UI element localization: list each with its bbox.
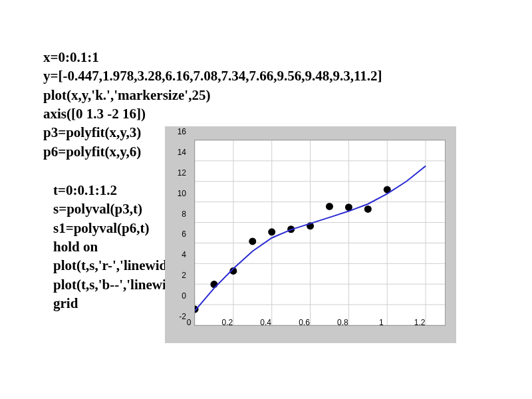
- x-tick-label: 1.2: [410, 318, 430, 327]
- chart-svg: [195, 140, 445, 325]
- svg-point-21: [268, 228, 275, 235]
- code-line: plot(x,y,'k.','markersize',25): [43, 86, 382, 104]
- code-line: x=0:0.1:1: [43, 48, 382, 66]
- x-tick-label: 0.4: [256, 318, 276, 327]
- chart-container: -20246810121416 00.20.40.60.811.2: [165, 126, 456, 343]
- code-line: t=0:0.1:1.2: [53, 181, 167, 200]
- y-tick-label: 16: [170, 127, 186, 136]
- x-tick-label: 0: [179, 318, 199, 327]
- svg-point-18: [210, 281, 217, 288]
- code-block-2: t=0:0.1:1.2 s=polyval(p3,t) s1=polyval(p…: [53, 181, 167, 313]
- x-tick-label: 0.2: [217, 318, 237, 327]
- y-tick-label: 12: [170, 168, 186, 178]
- y-tick-label: 2: [170, 271, 186, 280]
- x-tick-label: 0.6: [295, 318, 315, 327]
- slide: x=0:0.1:1 y=[-0.447,1.978,3.28,6.16,7.08…: [0, 0, 532, 399]
- y-tick-label: 6: [170, 229, 186, 239]
- code-line: axis([0 1.3 -2 16]): [43, 104, 382, 123]
- y-tick-label: 14: [170, 148, 186, 157]
- code-line: y=[-0.447,1.978,3.28,6.16,7.08,7.34,7.66…: [43, 66, 382, 85]
- code-line: grid: [53, 294, 167, 313]
- x-tick-label: 0.8: [332, 318, 352, 327]
- code-line: hold on: [53, 237, 167, 256]
- code-line: plot(t,s,'r-','linewid: [53, 256, 167, 275]
- plot-area: [194, 140, 446, 326]
- svg-point-20: [249, 237, 256, 245]
- svg-point-24: [326, 203, 333, 210]
- code-line: plot(t,s,'b--','linewi: [53, 275, 167, 294]
- y-tick-label: 8: [170, 209, 186, 219]
- x-tick-label: 1: [371, 318, 391, 327]
- code-line: s1=polyval(p6,t): [53, 219, 167, 237]
- svg-point-26: [364, 205, 372, 213]
- y-tick-label: 10: [170, 189, 186, 198]
- y-tick-label: 4: [170, 250, 186, 259]
- code-line: s=polyval(p3,t): [53, 200, 167, 218]
- y-tick-label: 0: [170, 291, 186, 301]
